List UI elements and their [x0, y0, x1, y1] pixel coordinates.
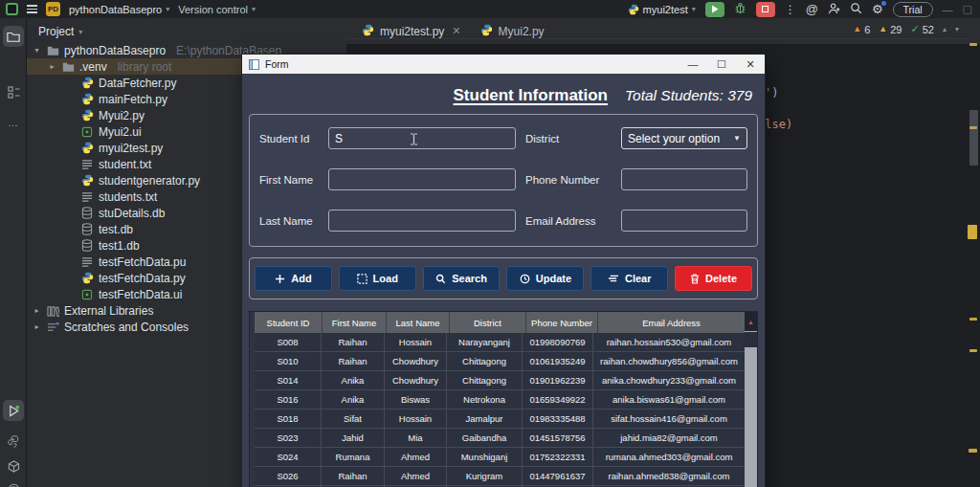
tree-item-label: Myui2.ui — [99, 125, 142, 139]
first-name-label: First Name — [259, 174, 319, 186]
run-config-selector[interactable]: myui2test▾ — [628, 4, 696, 15]
dialog-close-button[interactable]: ✕ — [736, 55, 765, 74]
tab-myui2test-py[interactable]: myui2test.py✕ — [352, 18, 471, 44]
column-header-phone-number[interactable]: Phone Number — [526, 312, 597, 333]
ai-assistant-icon[interactable]: @ — [806, 3, 818, 15]
tree-item-label: mainFetch.py — [99, 93, 167, 106]
district-select[interactable]: Select your option▼ — [621, 127, 747, 149]
search-button[interactable]: Search — [423, 266, 501, 291]
column-header-district[interactable]: District — [450, 312, 525, 333]
run-button[interactable] — [705, 2, 724, 17]
python-console-tool-button[interactable] — [3, 431, 24, 452]
scrollbar-thumb[interactable] — [745, 332, 757, 347]
cell: S010 — [255, 352, 322, 370]
chevron-down-icon[interactable]: ▾ — [33, 46, 41, 55]
editor-scrollbar-thumb[interactable] — [969, 110, 978, 166]
table-row[interactable]: S008RaihanHossainNarayanganj01998090769r… — [255, 333, 745, 352]
column-header-student-id[interactable]: Student ID — [255, 312, 322, 333]
delete-button[interactable]: Delete — [675, 266, 752, 291]
tab-myui2-py[interactable]: Myui2.py — [471, 18, 554, 44]
more-actions-kebab-icon[interactable]: ⋮ — [785, 4, 796, 15]
stripe-warning-mark — [969, 449, 977, 453]
fields-groupbox: Student IdSDistrictSelect your option▼Fi… — [249, 114, 758, 247]
cell: Mia — [385, 429, 447, 447]
cell: Netrokona — [447, 390, 523, 409]
cell: sifat.hossain416@gmail.com — [593, 410, 745, 428]
search-everywhere-button[interactable] — [850, 2, 862, 16]
cell: raihan.ahmed838@gmail.com — [593, 467, 745, 485]
stop-button[interactable] — [756, 2, 775, 17]
table-row[interactable]: S010RaihanChowdhuryChittagong01061935249… — [255, 352, 745, 371]
run-tool-button[interactable] — [3, 400, 24, 421]
code-with-me-button[interactable] — [828, 3, 840, 16]
prev-problem-icon[interactable]: ▴ — [943, 25, 947, 33]
window-minimize-button[interactable]: — — [943, 4, 953, 15]
trial-badge[interactable]: Trial — [893, 2, 933, 17]
table-row[interactable]: S018SifatHossainJamalpur01983335488sifat… — [255, 410, 745, 429]
student-id-field[interactable]: S — [328, 127, 516, 149]
column-header-first-name[interactable]: First Name — [323, 312, 386, 333]
cell: S016 — [255, 390, 322, 409]
project-panel-header[interactable]: Project ▾ — [27, 18, 346, 42]
first-name-field[interactable] — [328, 168, 516, 190]
folder-icon — [7, 31, 20, 42]
tab-close-icon[interactable]: ✕ — [452, 25, 460, 37]
debug-button[interactable] — [734, 2, 746, 16]
update-button[interactable]: Update — [506, 266, 584, 291]
column-header-last-name[interactable]: Last Name — [387, 312, 449, 333]
cell: Chittagong — [447, 371, 523, 389]
more-tools-icon[interactable]: … — [3, 112, 24, 133]
scroll-up-icon[interactable]: ▲ — [745, 312, 757, 331]
typos-counter[interactable]: ✓ 52 — [911, 23, 934, 35]
cell: Chowdhury — [385, 352, 447, 370]
commit-tool-button[interactable] — [3, 81, 24, 102]
python-packages-tool-button[interactable] — [3, 455, 24, 476]
cell: S008 — [255, 333, 322, 351]
warning-triangle-icon: ▲ — [879, 25, 887, 33]
table-row[interactable]: S014AnikaChowdhuryChittagong01901962239a… — [255, 371, 745, 390]
tree-item-label: testFetchData.py — [99, 272, 186, 285]
settings-button[interactable]: ⚙ — [872, 3, 883, 15]
dialog-titlebar[interactable]: Form — ☐ ✕ — [242, 55, 765, 74]
phone-number-field[interactable] — [621, 168, 747, 190]
stop-square-icon — [762, 6, 768, 12]
load-button[interactable]: Load — [339, 266, 416, 291]
interpreter-tool-button[interactable] — [3, 478, 24, 487]
dialog-minimize-button[interactable]: — — [679, 55, 707, 74]
table-scrollbar[interactable]: ▲ — [745, 312, 757, 487]
python-icon — [480, 24, 493, 39]
table-row[interactable]: S023JahidMiaGaibandha01451578756jahid.mi… — [255, 429, 745, 448]
phone-number-label: Phone Number — [525, 174, 612, 186]
user-plus-icon — [828, 3, 840, 14]
table-row[interactable]: S026RaihanAhmedKurigram01447961637raihan… — [255, 467, 745, 486]
chevron-right-icon[interactable]: ▸ — [48, 62, 56, 71]
warnings-counter[interactable]: ▲ 29 — [879, 24, 902, 35]
column-header-email-address[interactable]: Email Address — [598, 312, 745, 333]
project-tool-button[interactable] — [3, 26, 24, 47]
errors-counter[interactable]: ▲ 6 — [853, 24, 870, 35]
cell: Gaibandha — [447, 429, 523, 447]
main-menu-icon[interactable] — [27, 5, 37, 13]
project-selector[interactable]: pythonDataBasepro▾ — [69, 4, 169, 15]
inspections-widget[interactable]: ▲ 6 ▲ 29 ✓ 52 ▴ ▾ — [853, 23, 959, 35]
cell: Raihan — [322, 333, 385, 351]
clear-button[interactable]: Clear — [590, 266, 668, 291]
version-control-menu[interactable]: Version control▾ — [178, 4, 256, 15]
pycharm-logo-icon — [6, 3, 18, 15]
window-maximize-button[interactable]: ▢ — [963, 3, 972, 15]
python-icon — [80, 142, 94, 155]
cell: 01451578756 — [523, 429, 593, 447]
chevron-right-icon[interactable]: ▸ — [33, 322, 41, 331]
cell: Kurigram — [447, 467, 523, 485]
dialog-maximize-button[interactable]: ☐ — [707, 55, 736, 74]
next-problem-icon[interactable]: ▾ — [955, 25, 959, 33]
add-button[interactable]: Add — [255, 266, 332, 291]
table-row[interactable]: S016AnikaBiswasNetrokona01659349922anika… — [255, 390, 745, 410]
last-name-field[interactable] — [328, 210, 516, 232]
dashed-square-icon — [357, 274, 368, 284]
chevron-right-icon[interactable]: ▸ — [33, 306, 41, 315]
table-row[interactable]: S024RumanaAhmedMunshiganj01752322331ruma… — [255, 448, 745, 467]
email-address-field[interactable] — [621, 210, 747, 232]
text-file-icon — [80, 190, 94, 204]
ibeam-cursor-icon — [410, 133, 418, 148]
